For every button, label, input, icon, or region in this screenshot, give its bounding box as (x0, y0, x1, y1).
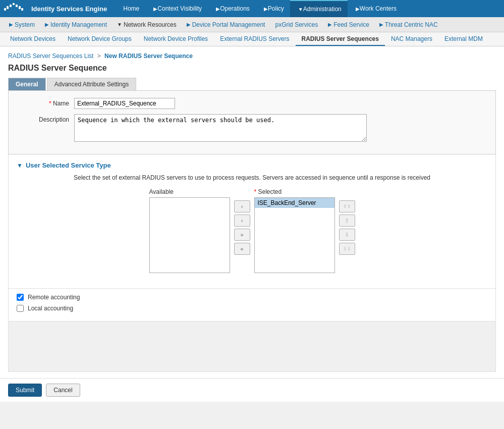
second-nav-system[interactable]: ▶System (4, 17, 40, 32)
breadcrumb-parent-link[interactable]: RADIUS Server Sequences List (8, 52, 93, 60)
local-accounting-checkbox[interactable] (17, 305, 24, 312)
remote-accounting-checkbox[interactable] (17, 294, 24, 301)
description-row: Description Sequence in which the extern… (19, 114, 485, 142)
transfer-buttons: › ‹ » « (234, 188, 250, 255)
general-form-section: * Name Description Sequence in which the… (8, 90, 496, 154)
tab-network-devices[interactable]: Network Devices (4, 32, 62, 46)
name-label: * Name (19, 98, 74, 107)
svg-rect-4 (19, 6, 21, 9)
selected-label: * Selected (254, 188, 335, 195)
selected-list-wrapper: * Selected ISE_BackEnd_Server (254, 188, 335, 273)
description-label: Description (19, 114, 74, 123)
tab-nac-managers[interactable]: NAC Managers (385, 32, 438, 46)
nav-home[interactable]: Home (117, 0, 145, 17)
remote-accounting-label: Remote accounting (28, 294, 80, 301)
tab-network-device-groups[interactable]: Network Device Groups (62, 32, 138, 46)
nav-context-visibility[interactable]: ▶Context Visibility (145, 0, 208, 17)
second-nav-bar: ▶System ▶Identity Management ▼Network Re… (0, 17, 504, 32)
section-collapse-icon: ▼ (17, 162, 23, 169)
second-nav-device-portal[interactable]: ▶Device Portal Management (182, 17, 270, 32)
section-header[interactable]: ▼ User Selected Service Type (17, 162, 487, 169)
second-nav-pxgrid[interactable]: pxGrid Services (270, 17, 323, 32)
name-input[interactable] (74, 98, 175, 109)
move-left-button[interactable]: ‹ (234, 215, 250, 227)
transfer-container: Available › ‹ » « * Selected ISE_BackEnd… (17, 188, 487, 273)
nav-work-centers[interactable]: ▶Work Centers (348, 0, 403, 17)
third-nav-bar: Network Devices Network Device Groups Ne… (0, 32, 504, 46)
selected-list[interactable]: ISE_BackEnd_Server (254, 197, 335, 273)
order-buttons: ⇧⇧ ⇧ ⇩ ⇩⇩ (339, 188, 355, 255)
available-label: Available (149, 188, 230, 195)
tab-external-mdm[interactable]: External MDM (438, 32, 489, 46)
tab-advanced[interactable]: Advanced Attribute Settings (47, 78, 136, 90)
submit-button[interactable]: Submit (8, 384, 42, 397)
second-nav-feed-service[interactable]: ▶Feed Service (323, 17, 374, 32)
cancel-button[interactable]: Cancel (46, 384, 80, 397)
move-right-button[interactable]: › (234, 200, 250, 212)
svg-rect-1 (10, 5, 12, 7)
bottom-buttons: Submit Cancel (0, 378, 504, 402)
svg-rect-6 (21, 8, 23, 11)
svg-rect-0 (13, 3, 15, 5)
page-title: RADIUS Server Sequence (8, 64, 496, 73)
tab-general[interactable]: General (8, 78, 46, 90)
second-nav-network-resources[interactable]: ▼Network Resources (112, 17, 182, 32)
svg-rect-3 (7, 6, 9, 9)
selected-list-item[interactable]: ISE_BackEnd_Server (255, 198, 334, 208)
move-all-right-button[interactable]: » (234, 229, 250, 241)
move-down-button[interactable]: ⇩ (339, 229, 355, 241)
nav-operations[interactable]: ▶Operations (208, 0, 256, 17)
form-tabs: General Advanced Attribute Settings (8, 78, 496, 90)
move-up-button[interactable]: ⇧ (339, 215, 355, 227)
name-row: * Name (19, 98, 485, 109)
breadcrumb: RADIUS Server Sequences List > New RADIU… (8, 52, 496, 60)
local-accounting-label: Local accounting (28, 305, 73, 312)
cisco-logo (4, 3, 26, 14)
nav-policy[interactable]: ▶Policy (256, 0, 290, 17)
local-accounting-row: Local accounting (17, 305, 487, 312)
nav-administration[interactable]: ▼Administration (290, 0, 348, 17)
footer-section (8, 321, 496, 372)
second-nav-threat-centric[interactable]: ▶Threat Centric NAC (374, 17, 443, 32)
move-all-left-button[interactable]: « (234, 243, 250, 255)
move-bottom-button[interactable]: ⇩⇩ (339, 243, 355, 255)
tab-external-radius-servers[interactable]: External RADIUS Servers (214, 32, 295, 46)
user-selected-section: ▼ User Selected Service Type Select the … (8, 154, 496, 289)
svg-rect-5 (4, 8, 6, 11)
breadcrumb-current: New RADIUS Server Sequence (104, 52, 193, 60)
tab-radius-server-sequences[interactable]: RADIUS Server Sequences (296, 32, 385, 46)
tab-network-device-profiles[interactable]: Network Device Profiles (138, 32, 214, 46)
checkbox-section: Remote accounting Local accounting (8, 289, 496, 321)
second-nav-identity-management[interactable]: ▶Identity Management (40, 17, 112, 32)
top-nav-bar: Identity Services Engine Home ▶Context V… (0, 0, 504, 17)
description-textarea[interactable]: Sequence in which the external servers s… (74, 114, 367, 142)
available-list-wrapper: Available (149, 188, 230, 273)
section-description: Select the set of external RADIUS server… (17, 174, 487, 181)
app-title: Identity Services Engine (31, 5, 107, 13)
remote-accounting-row: Remote accounting (17, 294, 487, 301)
move-top-button[interactable]: ⇧⇧ (339, 200, 355, 212)
main-content: RADIUS Server Sequences List > New RADIU… (0, 46, 504, 378)
available-list[interactable] (149, 197, 230, 273)
svg-rect-2 (16, 5, 18, 7)
section-title: User Selected Service Type (26, 162, 111, 169)
breadcrumb-separator: > (97, 52, 102, 60)
top-nav-items: Home ▶Context Visibility ▶Operations ▶Po… (117, 0, 403, 17)
